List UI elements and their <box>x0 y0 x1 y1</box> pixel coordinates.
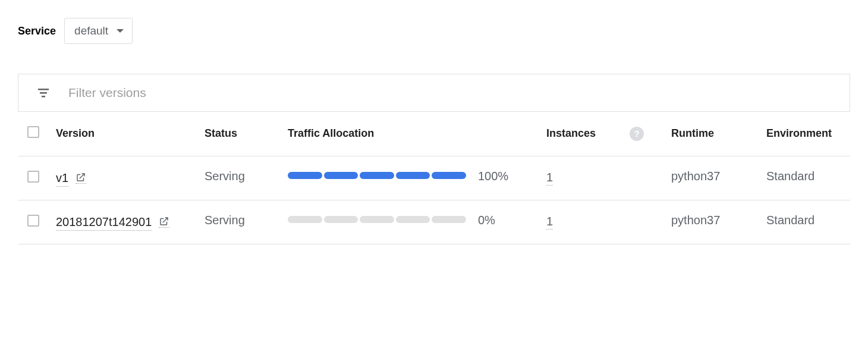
traffic-percent: 100% <box>478 156 546 200</box>
traffic-bar <box>288 216 466 223</box>
header-instances[interactable]: Instances <box>546 112 630 156</box>
traffic-segment <box>360 216 394 223</box>
external-link-icon[interactable] <box>76 172 86 184</box>
select-all-checkbox[interactable] <box>27 126 39 138</box>
service-dropdown[interactable]: default <box>64 18 133 44</box>
header-environment[interactable]: Environment <box>766 112 850 156</box>
version-link[interactable]: v1 <box>56 170 68 187</box>
header-status[interactable]: Status <box>205 112 288 156</box>
chevron-down-icon <box>117 29 124 33</box>
traffic-segment <box>288 216 322 223</box>
version-cell: 20181207t142901 <box>56 214 193 231</box>
header-traffic[interactable]: Traffic Allocation <box>288 112 478 156</box>
traffic-segment <box>324 172 358 179</box>
versions-table: Version Status Traffic Allocation Instan… <box>18 112 850 244</box>
service-selected-value: default <box>74 24 108 37</box>
traffic-bar <box>288 172 466 179</box>
filter-bar <box>18 74 850 112</box>
service-selector-row: Service default <box>18 18 850 44</box>
row-checkbox[interactable] <box>27 215 39 227</box>
traffic-segment <box>432 172 466 179</box>
traffic-segment <box>396 216 430 223</box>
traffic-segment <box>360 172 394 179</box>
traffic-segment <box>432 216 466 223</box>
runtime-cell: python37 <box>671 156 766 200</box>
traffic-percent: 0% <box>478 200 546 244</box>
instances-link[interactable]: 1 <box>546 214 553 230</box>
table-header-row: Version Status Traffic Allocation Instan… <box>18 112 850 156</box>
status-cell: Serving <box>205 200 288 244</box>
header-help: ? <box>630 112 671 156</box>
version-link[interactable]: 20181207t142901 <box>56 214 152 231</box>
help-icon[interactable]: ? <box>630 127 644 141</box>
filter-input[interactable] <box>68 86 832 100</box>
table-row: 20181207t142901Serving0%1python37Standar… <box>18 200 850 244</box>
runtime-cell: python37 <box>671 200 766 244</box>
filter-icon <box>36 86 51 100</box>
table-row: v1Serving100%1python37Standard <box>18 156 850 200</box>
row-checkbox[interactable] <box>27 171 39 183</box>
header-runtime[interactable]: Runtime <box>671 112 766 156</box>
traffic-segment <box>288 172 322 179</box>
version-cell: v1 <box>56 170 193 187</box>
traffic-segment <box>396 172 430 179</box>
external-link-icon[interactable] <box>159 216 169 228</box>
header-version[interactable]: Version <box>56 112 205 156</box>
environment-cell: Standard <box>766 156 850 200</box>
select-all-cell <box>18 112 56 156</box>
environment-cell: Standard <box>766 200 850 244</box>
service-label: Service <box>18 25 56 37</box>
instances-link[interactable]: 1 <box>546 170 553 186</box>
status-cell: Serving <box>205 156 288 200</box>
header-traffic-pct <box>478 112 546 156</box>
traffic-segment <box>324 216 358 223</box>
